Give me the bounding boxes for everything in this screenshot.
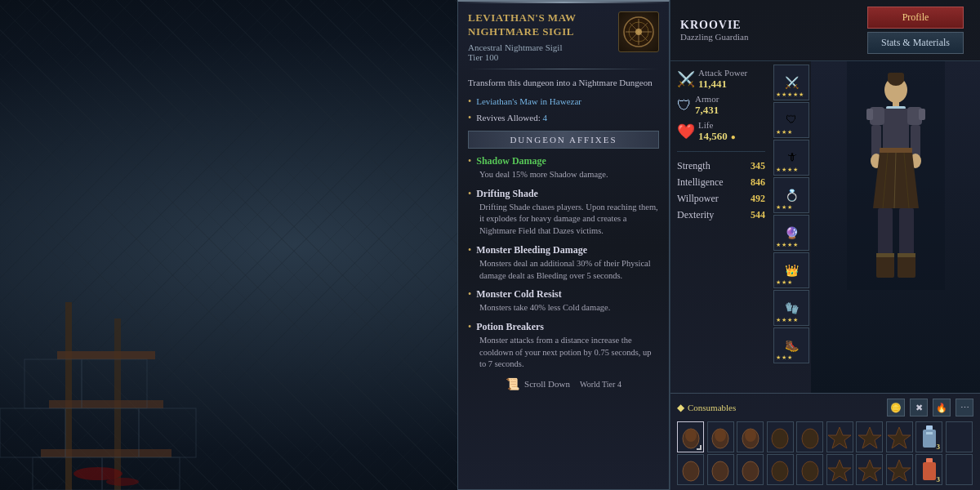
- affix-potion-breakers: • Potion Breakers Monster attacks from a…: [468, 321, 659, 371]
- svg-rect-45: [876, 253, 894, 257]
- affix-cold-resist: • Monster Cold Resist Monsters take 40% …: [468, 288, 659, 314]
- attack-power-label: Attack Power: [698, 68, 747, 78]
- bullet-location-text: Leviathan's Maw in Hawezar: [476, 96, 581, 108]
- affix-shadow-desc: You deal 15% more Shadow damage.: [468, 169, 659, 181]
- consumable-actions: 🪙 ✖ 🔥 ⋯: [887, 399, 973, 416]
- attr-intelligence: Intelligence 846: [677, 176, 765, 189]
- world-tier: World Tier 4: [580, 380, 621, 389]
- svg-rect-8: [65, 408, 139, 457]
- equip-slot-2[interactable]: 🗡 ★★★★: [773, 140, 809, 176]
- consumable-action-3[interactable]: 🔥: [933, 399, 951, 416]
- svg-rect-70: [923, 462, 936, 480]
- consumable-slot-6[interactable]: [856, 421, 883, 452]
- svg-rect-36: [880, 148, 912, 153]
- affix-cold-desc: Monsters take 40% less Cold damage.: [468, 302, 659, 314]
- equip-slot-3[interactable]: 💍 ★★★: [773, 177, 809, 213]
- consumable-action-4[interactable]: ⋯: [956, 399, 973, 416]
- equip-stars-3: ★★★: [776, 204, 793, 211]
- consumable-action-1[interactable]: 🪙: [887, 399, 905, 416]
- consumable-slot-13[interactable]: [767, 454, 794, 485]
- item-icon: [618, 11, 659, 52]
- consumables-row-1: 3: [677, 421, 973, 452]
- consumable-slot-3[interactable]: [767, 421, 794, 452]
- char-name: KROOVIE: [680, 19, 867, 32]
- intelligence-label: Intelligence: [677, 176, 724, 189]
- attack-power-value: 11,441: [698, 78, 747, 91]
- svg-marker-67: [858, 460, 881, 481]
- armor-label: Armor: [695, 94, 719, 104]
- equip-slot-6[interactable]: 🧤 ★★★★: [773, 290, 809, 326]
- armor-value: 7,431: [695, 104, 719, 117]
- consumable-slot-17[interactable]: [886, 454, 913, 485]
- consumable-slot-5[interactable]: [826, 421, 853, 452]
- consumable-slot-4[interactable]: [796, 421, 823, 452]
- heart-icon: ❤️: [677, 122, 695, 140]
- consumable-slot-12[interactable]: [737, 454, 764, 485]
- equip-stars-2: ★★★★: [776, 167, 799, 173]
- svg-marker-68: [888, 460, 911, 481]
- svg-point-48: [685, 429, 697, 442]
- svg-rect-41: [878, 208, 893, 257]
- strength-label: Strength: [677, 160, 710, 172]
- consumable-slot-1[interactable]: [707, 421, 734, 452]
- shield-icon: 🛡: [677, 97, 692, 114]
- affix-drifting-desc: Drifting Shade chases players. Upon reac…: [468, 202, 659, 238]
- equip-slot-1[interactable]: 🛡 ★★★: [773, 102, 809, 138]
- strength-value: 345: [751, 160, 765, 172]
- consumable-slot-19[interactable]: [946, 454, 973, 485]
- profile-button[interactable]: Profile: [867, 7, 964, 29]
- consumable-slot-9[interactable]: [946, 421, 973, 452]
- dexterity-value: 544: [751, 209, 765, 221]
- svg-rect-7: [0, 408, 65, 457]
- stats-button[interactable]: Stats & Materials: [867, 32, 964, 54]
- attr-willpower: Willpower 492: [677, 193, 765, 205]
- consumable-slot-8[interactable]: 3: [915, 421, 942, 452]
- char-middle: ⚔️ Attack Power 11,441 🛡: [670, 61, 980, 393]
- equip-slot-4[interactable]: 🔮 ★★★★: [773, 215, 809, 251]
- consumable-slot-2[interactable]: [737, 421, 764, 452]
- affix-potion-desc: Monster attacks from a distance increase…: [468, 335, 659, 371]
- svg-rect-31: [919, 109, 925, 120]
- equip-slot-7[interactable]: 🥾 ★★★: [773, 327, 809, 363]
- char-model-area: ⚔️ ★★★★★ 🛡 ★★★ 🗡 ★★★★ 💍: [772, 61, 980, 393]
- char-left-equip: ⚔️ Attack Power 11,441 🛡: [670, 61, 772, 393]
- consumable-action-2[interactable]: ✖: [910, 399, 928, 416]
- equip-stars-5: ★★★: [776, 279, 793, 286]
- consumable-count-18: 3: [937, 475, 941, 483]
- equip-slot-0[interactable]: ⚔️ ★★★★★: [773, 65, 809, 100]
- consumable-slot-7[interactable]: [886, 421, 913, 452]
- consumable-slot-16[interactable]: [856, 454, 883, 485]
- scroll-down[interactable]: 📜 Scroll Down World Tier 4: [468, 377, 659, 391]
- affix-drifting-shade: • Drifting Shade Drifting Shade chases p…: [468, 188, 659, 238]
- consumable-slot-10[interactable]: [677, 454, 704, 485]
- affixes-header: DUNGEON AFFIXES: [468, 131, 659, 149]
- affix-shadow-name: Shadow Damage: [476, 155, 546, 167]
- char-info: KROOVIE Dazzling Guardian: [680, 19, 867, 42]
- svg-marker-57: [888, 427, 911, 448]
- char-panel-inner: KROOVIE Dazzling Guardian Profile Stats …: [670, 0, 980, 490]
- consumable-slot-15[interactable]: [826, 454, 853, 485]
- consumable-slot-11[interactable]: [707, 454, 734, 485]
- consumables-label: Consumables: [688, 403, 736, 412]
- consumable-slot-18[interactable]: 3: [915, 454, 942, 485]
- attr-dexterity: Dexterity 544: [677, 209, 765, 221]
- item-tier: Tier 100: [468, 52, 612, 62]
- character-panel: KROOVIE Dazzling Guardian Profile Stats …: [670, 0, 980, 490]
- stat-life: ❤️ Life 14,560 ●: [677, 120, 765, 143]
- life-gold-dot: ●: [731, 132, 736, 141]
- consumable-slot-14[interactable]: [796, 454, 823, 485]
- svg-point-53: [772, 429, 788, 448]
- divider-1: [468, 69, 659, 69]
- equip-slot-5[interactable]: 👑 ★★★: [773, 252, 809, 288]
- affix-bleeding-name: Monster Bleeding Damage: [476, 244, 587, 256]
- intelligence-value: 846: [751, 176, 765, 189]
- svg-point-65: [802, 461, 818, 481]
- affix-cold-name: Monster Cold Resist: [476, 288, 561, 301]
- willpower-label: Willpower: [677, 193, 719, 205]
- consumable-slot-0[interactable]: [677, 421, 704, 452]
- svg-point-52: [745, 429, 756, 442]
- svg-rect-9: [139, 408, 196, 457]
- svg-point-63: [742, 461, 759, 481]
- life-label: Life: [698, 120, 736, 130]
- svg-point-20: [635, 29, 642, 35]
